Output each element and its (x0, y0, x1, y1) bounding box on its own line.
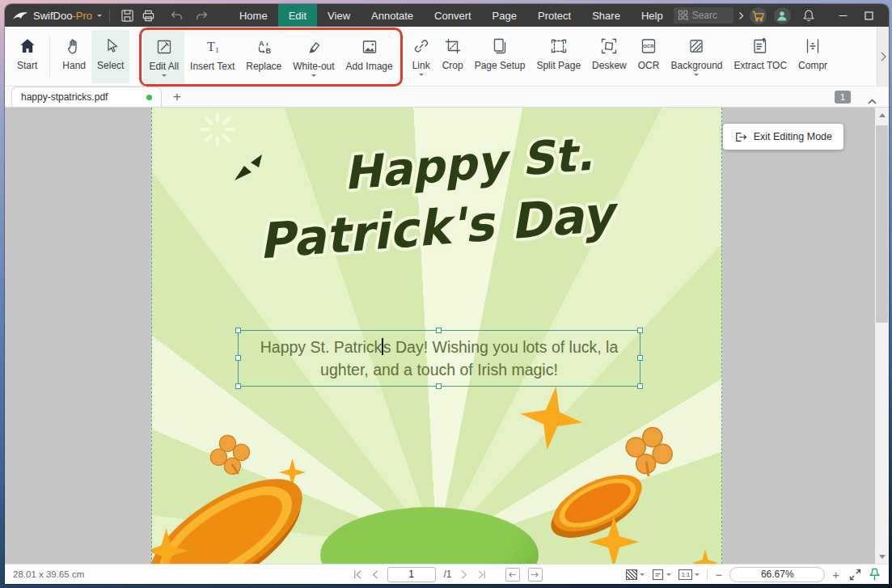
tool-compress[interactable]: Compr (793, 30, 833, 83)
dropdown-caret-icon[interactable] (311, 74, 316, 79)
save-button[interactable] (117, 4, 138, 27)
search-placeholder-text: Searc (692, 10, 717, 21)
exit-editing-mode-button[interactable]: Exit Editing Mode (723, 124, 843, 150)
tool-select[interactable]: Select (91, 30, 129, 83)
pdf-page[interactable]: Happy St. Patrick's Day Happy St. Patric… (151, 108, 722, 564)
minimize-button[interactable] (831, 4, 856, 27)
menu-tab-annotate[interactable]: Annotate (361, 4, 424, 27)
tool-replace[interactable]: AB Replace (240, 31, 287, 84)
tool-white-out[interactable]: White-out (287, 31, 340, 84)
resize-handle[interactable] (436, 383, 442, 389)
previous-view-button[interactable] (505, 568, 520, 582)
redo-button[interactable] (192, 4, 213, 27)
tool-label: Extract TOC (734, 60, 788, 71)
pin-toolbar-button[interactable] (869, 568, 881, 581)
tool-start[interactable]: Start (11, 30, 43, 83)
tool-crop[interactable]: Crop (437, 30, 469, 83)
text-box-content[interactable]: Happy St. Patricks Day! Wishing you lots… (239, 331, 640, 381)
scroll-down-arrow[interactable] (875, 551, 889, 564)
last-page-button[interactable] (477, 569, 488, 580)
document-tab[interactable]: happy-stpatricks.pdf (11, 87, 162, 107)
resize-handle[interactable] (235, 328, 241, 333)
zoom-out-button[interactable]: − (715, 569, 722, 581)
text-line2: ughter, and a touch of Irish magic! (320, 361, 558, 379)
toolbar-expand-chevron-icon[interactable] (738, 11, 744, 20)
maximize-button[interactable] (856, 4, 882, 27)
menu-tab-protect[interactable]: Protect (527, 4, 581, 27)
tool-deskew[interactable]: Deskew (586, 30, 632, 83)
menu-tab-share[interactable]: Share (581, 4, 631, 27)
ribbon-overflow-chevron[interactable] (877, 27, 889, 86)
resize-handle[interactable] (235, 383, 241, 389)
next-view-button[interactable] (528, 568, 543, 582)
user-icon (776, 10, 788, 22)
dropdown-caret-icon[interactable] (419, 74, 424, 78)
tool-link[interactable]: Link (406, 30, 437, 83)
selected-text-box[interactable]: Happy St. Patricks Day! Wishing you lots… (238, 330, 640, 387)
tool-hand[interactable]: Hand (57, 30, 91, 83)
notifications-button[interactable] (798, 4, 819, 27)
menu-tab-convert[interactable]: Convert (424, 4, 482, 27)
undo-button[interactable] (166, 4, 187, 27)
dropdown-caret-icon[interactable] (694, 74, 699, 78)
arrow-left-icon (508, 571, 517, 578)
page-number-input[interactable] (387, 567, 435, 582)
menu-tab-help[interactable]: Help (631, 4, 674, 27)
tool-background[interactable]: Background (665, 30, 728, 83)
arrow-right-icon (531, 571, 539, 578)
resize-handle[interactable] (637, 328, 643, 333)
tool-ocr[interactable]: OCR OCR (632, 30, 666, 83)
brand-dropdown-caret-icon[interactable] (97, 15, 102, 19)
page-total-label: /1 (443, 569, 451, 580)
print-button[interactable] (138, 4, 159, 27)
dropdown-caret-icon[interactable] (162, 74, 167, 79)
bell-icon (802, 9, 815, 23)
previous-page-button[interactable] (370, 569, 378, 580)
text-before-cursor: Happy St. Patrick (260, 338, 383, 356)
menu-tab-home[interactable]: Home (229, 4, 278, 27)
swifdoo-logo-icon (12, 9, 28, 22)
tool-split-page[interactable]: Split Page (531, 30, 586, 83)
add-tab-button[interactable]: + (173, 90, 181, 104)
hand-icon (65, 36, 84, 57)
collapse-toolbar-chevron[interactable] (868, 93, 877, 108)
title-bar: SwifDoo-Pro Home Edit View Annotate Conv… (5, 4, 889, 27)
tool-insert-text[interactable]: TI Insert Text (184, 31, 240, 84)
next-page-button[interactable] (460, 569, 469, 580)
insert-text-icon: TI (203, 36, 222, 57)
vertical-scrollbar[interactable] (875, 108, 889, 564)
first-page-button[interactable] (351, 569, 361, 580)
tool-label: Background (670, 60, 722, 71)
resize-handle[interactable] (637, 383, 643, 389)
menu-tab-page[interactable]: Page (482, 4, 527, 27)
tool-page-setup[interactable]: Page Setup (469, 30, 531, 83)
page-background-button[interactable] (626, 569, 645, 580)
page-layout-button[interactable] (652, 569, 671, 581)
menu-tab-view[interactable]: View (317, 4, 361, 27)
resize-handle[interactable] (637, 355, 643, 361)
scrollbar-thumb[interactable] (876, 125, 888, 323)
page-dimensions-label: 28.01 x 39.65 cm (13, 569, 84, 579)
account-button[interactable] (774, 7, 791, 24)
tool-label: Select (97, 60, 124, 71)
resize-handle[interactable] (436, 328, 442, 333)
link-icon (412, 36, 431, 57)
tool-edit-all[interactable]: Edit All (143, 31, 184, 84)
zoom-in-button[interactable]: + (832, 569, 839, 581)
split-page-icon (549, 36, 569, 57)
extract-toc-icon (750, 36, 770, 57)
edit-tools-highlight-box: Edit All TI Insert Text AB Replace White… (139, 27, 402, 87)
menu-tab-edit[interactable]: Edit (278, 4, 317, 27)
resize-handle[interactable] (235, 355, 241, 361)
scroll-up-arrow[interactable] (875, 108, 889, 121)
zoom-ratio-button[interactable]: 1:1 (679, 569, 700, 580)
close-button[interactable] (882, 4, 889, 27)
fit-screen-button[interactable] (849, 569, 861, 581)
search-input[interactable]: Searc (674, 7, 733, 23)
tool-add-image[interactable]: Add Image (340, 31, 399, 84)
zoom-level-input[interactable] (729, 567, 825, 582)
page-navigation: /1 (351, 567, 542, 582)
cart-button[interactable] (750, 7, 767, 24)
tool-extract-toc[interactable]: Extract TOC (729, 30, 793, 83)
statusbar-divider (707, 569, 708, 580)
